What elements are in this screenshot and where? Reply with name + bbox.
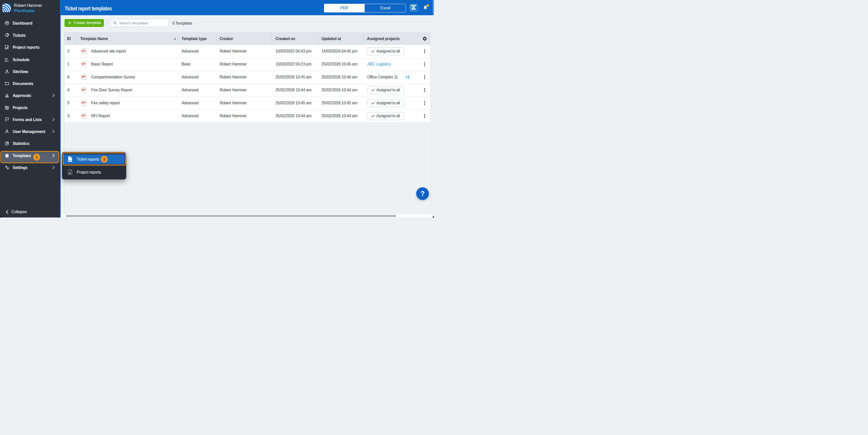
svg-text:PDF: PDF [82,63,84,64]
svg-text:PDF: PDF [82,89,84,90]
svg-text:PDF: PDF [82,115,84,116]
svg-text:PDF: PDF [68,160,72,162]
svg-text:PDF: PDF [82,76,84,77]
svg-text:PDF: PDF [82,102,84,103]
svg-text:PDF: PDF [82,50,84,52]
